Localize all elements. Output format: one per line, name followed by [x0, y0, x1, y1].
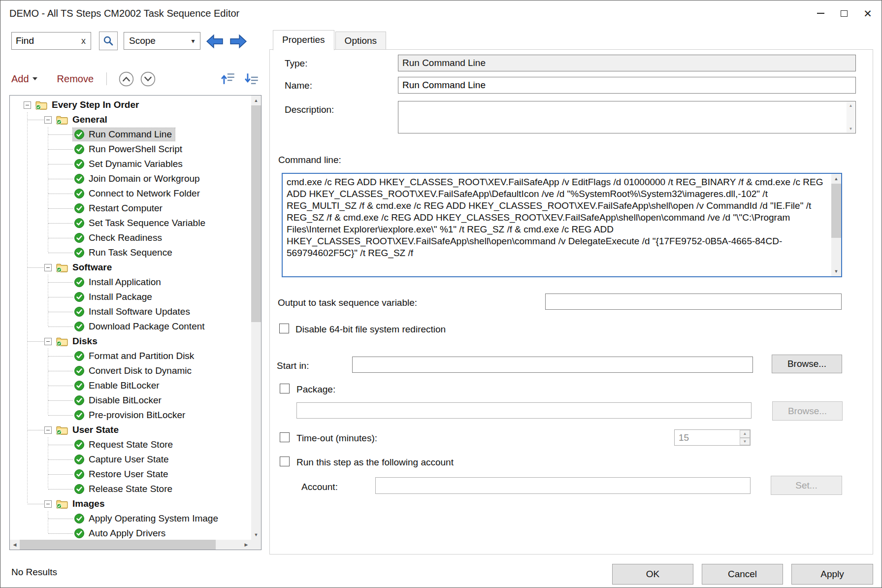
scroll-down-arrow-icon[interactable]: ▼ — [251, 530, 261, 540]
tree-item-convert-disk-to-dynamic[interactable]: Convert Disk to Dynamic — [10, 363, 251, 378]
name-input[interactable] — [398, 77, 856, 94]
package-input[interactable] — [296, 402, 751, 419]
tree-connector — [48, 327, 73, 327]
move-down-button[interactable] — [139, 70, 156, 87]
tree-item-set-dynamic-variables[interactable]: Set Dynamic Variables — [10, 157, 251, 171]
collapse-toggle-icon[interactable] — [44, 426, 52, 434]
scroll-up-arrow-icon[interactable]: ▲ — [849, 102, 853, 109]
tree-group-disks[interactable]: Disks — [10, 334, 251, 349]
package-label: Package: — [296, 384, 335, 395]
folder-check-icon — [35, 100, 48, 110]
tree-item-run-task-sequence[interactable]: Run Task Sequence — [10, 245, 251, 260]
tree-item-download-package-content[interactable]: Download Package Content — [10, 319, 251, 334]
scroll-up-arrow-icon[interactable]: ▲ — [831, 174, 841, 184]
tree-item-disable-bitlocker[interactable]: Disable BitLocker — [10, 393, 251, 408]
command-line-input[interactable]: cmd.exe /c REG ADD HKEY_CLASSES_ROOT\XEV… — [283, 174, 831, 276]
scroll-down-arrow-icon[interactable]: ▼ — [831, 266, 841, 276]
scroll-up-arrow-icon[interactable]: ▲ — [251, 96, 261, 105]
move-up-button[interactable] — [118, 70, 134, 87]
forward-arrow-icon — [229, 34, 247, 49]
maximize-button[interactable] — [832, 3, 856, 24]
add-button[interactable]: Add — [11, 73, 37, 85]
disable-64bit-redirection-checkbox[interactable] — [279, 324, 289, 333]
package-checkbox[interactable] — [280, 384, 290, 393]
tree-item-run-powershell-script[interactable]: Run PowerShell Script — [10, 142, 251, 157]
description-scrollbar[interactable]: ▲ ▼ — [847, 102, 855, 132]
tree-item-install-application[interactable]: Install Application — [10, 275, 251, 290]
tree-item-install-software-updates[interactable]: Install Software Updates — [10, 304, 251, 319]
tree-item-restart-computer[interactable]: Restart Computer — [10, 201, 251, 216]
browse-package-button[interactable]: Browse... — [772, 401, 843, 421]
tree-item-join-domain-or-workgroup[interactable]: Join Domain or Workgroup — [10, 171, 251, 186]
description-input[interactable]: ▲ ▼ — [398, 101, 856, 133]
command-scroll-thumb[interactable] — [831, 184, 841, 238]
tree-item-restore-user-state[interactable]: Restore User State — [10, 467, 251, 482]
tree-item-release-state-store[interactable]: Release State Store — [10, 482, 251, 496]
tree-hscroll-thumb[interactable] — [20, 540, 216, 550]
tree-item-check-readiness[interactable]: Check Readiness — [10, 230, 251, 245]
scroll-right-arrow-icon[interactable]: ▶ — [241, 540, 251, 550]
scroll-down-arrow-icon[interactable]: ▼ — [849, 125, 853, 132]
collapse-toggle-icon[interactable] — [24, 101, 31, 109]
tree-item-auto-apply-drivers[interactable]: Auto Apply Drivers — [10, 526, 251, 540]
tree-item-label: Check Readiness — [89, 232, 162, 243]
apply-button[interactable]: Apply — [791, 564, 873, 585]
start-in-input[interactable] — [352, 357, 753, 373]
tree-item-capture-user-state[interactable]: Capture User State — [10, 452, 251, 467]
tree-vscroll-thumb[interactable] — [251, 105, 261, 322]
tree-item-label: Restore User State — [89, 469, 168, 480]
tree-horizontal-scrollbar[interactable]: ◀ ▶ — [10, 540, 251, 550]
ok-button[interactable]: OK — [612, 564, 693, 585]
search-button[interactable] — [99, 32, 118, 50]
tab-properties[interactable]: Properties — [273, 30, 334, 50]
collapse-all-button[interactable] — [244, 70, 261, 87]
tree-item-request-state-store[interactable]: Request State Store — [10, 437, 251, 452]
tree-group-software[interactable]: Software — [10, 260, 251, 275]
tree-item-enable-bitlocker[interactable]: Enable BitLocker — [10, 378, 251, 393]
collapse-toggle-icon[interactable] — [44, 116, 52, 124]
tab-options[interactable]: Options — [335, 32, 386, 49]
spinner-up-icon[interactable]: ▲ — [740, 430, 750, 438]
collapse-toggle-icon[interactable] — [44, 500, 52, 508]
scope-select[interactable]: Scope ▾ — [124, 32, 200, 50]
tree-item-run-command-line[interactable]: Run Command Line — [10, 127, 251, 142]
tree-group-user-state[interactable]: User State — [10, 423, 251, 437]
tree-connector — [48, 238, 73, 238]
output-variable-input[interactable] — [545, 294, 842, 310]
expand-all-button[interactable] — [220, 70, 237, 87]
browse-start-in-button[interactable]: Browse... — [772, 355, 842, 373]
account-input[interactable] — [375, 477, 751, 494]
minimize-button[interactable] — [809, 3, 832, 24]
find-input[interactable] — [16, 35, 80, 46]
tree-item-set-task-sequence-variable[interactable]: Set Task Sequence Variable — [10, 216, 251, 230]
tree-item-install-package[interactable]: Install Package — [10, 290, 251, 304]
set-account-button[interactable]: Set... — [771, 476, 842, 495]
timeout-checkbox[interactable] — [280, 432, 290, 442]
command-line-scrollbar[interactable]: ▲ ▼ — [831, 174, 841, 276]
spinner-down-icon[interactable]: ▼ — [740, 438, 750, 446]
back-button[interactable] — [204, 33, 225, 50]
circle-chevron-up-icon — [118, 71, 134, 87]
close-button[interactable]: ✕ — [856, 3, 880, 24]
tree-group-general[interactable]: General — [10, 112, 251, 127]
timeout-spinner[interactable]: 15 ▲ ▼ — [674, 429, 751, 446]
cancel-button[interactable]: Cancel — [702, 564, 783, 585]
step-check-icon — [74, 203, 85, 214]
tree-group-images[interactable]: Images — [10, 496, 251, 511]
collapse-toggle-icon[interactable] — [44, 338, 52, 345]
tree-item-pre-provision-bitlocker[interactable]: Pre-provision BitLocker — [10, 408, 251, 423]
tree-root-every-step-in-order[interactable]: Every Step In Order — [10, 98, 251, 112]
tree-item-apply-operating-system-image[interactable]: Apply Operating System Image — [10, 511, 251, 526]
tree-vertical-scrollbar[interactable]: ▲ ▼ — [251, 96, 261, 540]
tree-item-label: Set Task Sequence Variable — [89, 218, 205, 229]
remove-button[interactable]: Remove — [57, 73, 94, 85]
collapse-toggle-icon[interactable] — [44, 264, 52, 271]
run-as-account-checkbox[interactable] — [280, 457, 290, 466]
tree-item-format-and-partition-disk[interactable]: Format and Partition Disk — [10, 349, 251, 363]
find-clear-button[interactable]: x — [80, 36, 87, 46]
step-check-icon — [74, 365, 85, 376]
browse-start-in-label: Browse... — [787, 359, 826, 369]
tree-item-connect-to-network-folder[interactable]: Connect to Network Folder — [10, 186, 251, 201]
scroll-left-arrow-icon[interactable]: ◀ — [10, 540, 20, 550]
forward-button[interactable] — [228, 33, 249, 50]
